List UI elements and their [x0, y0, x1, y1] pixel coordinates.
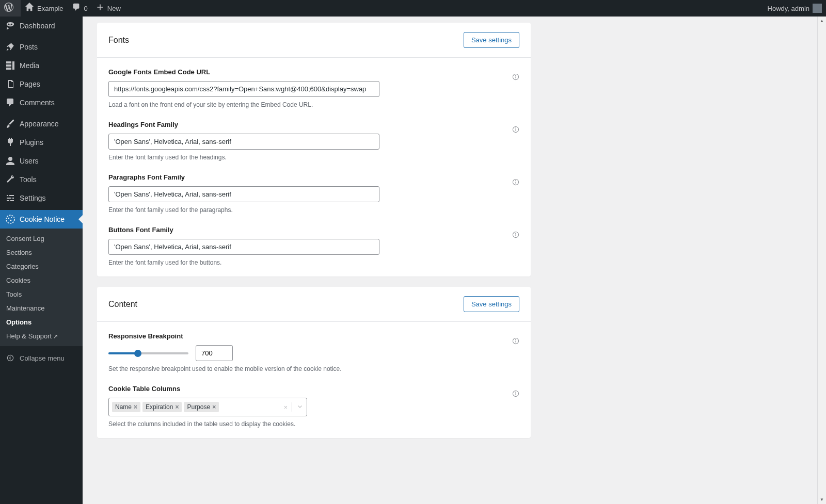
comments-link[interactable]: 0 — [68, 0, 92, 17]
slider-handle[interactable] — [134, 350, 141, 357]
site-link[interactable]: Example — [21, 0, 68, 17]
desc-headings: Enter the font family used for the headi… — [108, 154, 519, 161]
new-label: New — [107, 5, 121, 12]
info-icon[interactable] — [512, 126, 519, 133]
howdy-label: Howdy, admin — [768, 5, 809, 12]
scrollbar-up-icon[interactable]: ▲ — [818, 17, 826, 25]
collapse-label: Collapse menu — [20, 354, 65, 362]
submenu-options[interactable]: Options — [0, 315, 83, 329]
field-google-fonts: Google Fonts Embed Code URL Load a font … — [108, 68, 519, 108]
remove-tag-icon[interactable]: × — [134, 403, 137, 411]
collapse-menu[interactable]: Collapse menu — [0, 349, 83, 367]
desc-columns: Select the columns included in the table… — [108, 420, 519, 428]
remove-tag-icon[interactable]: × — [212, 403, 216, 411]
input-buttons[interactable] — [108, 239, 379, 255]
sidebar-item-comments[interactable]: Comments — [0, 93, 83, 112]
sidebar-item-appearance[interactable]: Appearance — [0, 115, 83, 133]
submenu-cookies[interactable]: Cookies — [0, 273, 83, 287]
field-paragraphs: Paragraphs Font Family Enter the font fa… — [108, 173, 519, 214]
svg-point-2 — [11, 217, 12, 218]
input-breakpoint[interactable] — [196, 345, 233, 361]
save-button-content[interactable]: Save settings — [464, 296, 519, 312]
submenu-help[interactable]: Help & Support↗ — [0, 329, 83, 343]
sidebar-item-tools[interactable]: Tools — [0, 170, 83, 189]
wordpress-icon — [4, 3, 13, 14]
clear-all-icon[interactable]: × — [283, 403, 288, 411]
input-headings[interactable] — [108, 134, 379, 150]
svg-point-1 — [8, 218, 9, 219]
columns-multiselect[interactable]: Name× Expiration× Purpose× × — [108, 398, 307, 416]
sidebar-item-posts[interactable]: Posts — [0, 38, 83, 56]
svg-point-4 — [7, 355, 13, 361]
panel-title-content: Content — [108, 300, 137, 309]
plus-icon — [96, 3, 104, 13]
menu-label: Users — [20, 157, 39, 165]
avatar — [813, 4, 822, 13]
field-headings: Headings Font Family Enter the font fami… — [108, 121, 519, 161]
label-paragraphs: Paragraphs Font Family — [108, 173, 519, 181]
menu-label: Appearance — [20, 120, 59, 128]
label-headings: Headings Font Family — [108, 121, 519, 128]
save-button-fonts[interactable]: Save settings — [464, 32, 519, 48]
sidebar-item-plugins[interactable]: Plugins — [0, 133, 83, 152]
tag-expiration: Expiration× — [142, 402, 182, 412]
new-link[interactable]: New — [92, 0, 125, 17]
sidebar-item-pages[interactable]: Pages — [0, 75, 83, 93]
desc-breakpoint: Set the responsive breakpoint used to en… — [108, 365, 519, 372]
comments-count: 0 — [84, 5, 88, 12]
menu-label: Plugins — [20, 138, 43, 147]
sliders-icon — [5, 193, 15, 203]
scrollbar-down-icon[interactable]: ▼ — [818, 495, 826, 504]
admin-sidebar: Dashboard Posts Media Pages Comments App… — [0, 17, 83, 504]
panel-fonts: Fonts Save settings Google Fonts Embed C… — [97, 23, 531, 277]
menu-label: Comments — [20, 99, 55, 107]
comment-icon — [5, 97, 15, 108]
sidebar-item-settings[interactable]: Settings — [0, 189, 83, 207]
wp-logo[interactable] — [0, 0, 21, 17]
menu-label: Posts — [20, 43, 38, 51]
menu-label: Pages — [20, 80, 40, 88]
home-icon — [25, 3, 34, 14]
submenu-tools[interactable]: Tools — [0, 287, 83, 301]
chevron-down-icon[interactable] — [296, 403, 304, 412]
info-icon[interactable] — [512, 390, 519, 397]
plug-icon — [5, 137, 15, 148]
panel-title-fonts: Fonts — [108, 36, 129, 45]
submenu-sections[interactable]: Sections — [0, 246, 83, 259]
main-content: Fonts Save settings Google Fonts Embed C… — [83, 0, 826, 504]
label-columns: Cookie Table Columns — [108, 385, 519, 393]
cookie-icon — [5, 214, 15, 224]
breakpoint-slider[interactable] — [108, 348, 188, 359]
info-icon[interactable] — [512, 73, 519, 80]
svg-point-22 — [516, 392, 516, 393]
sidebar-item-cookie-notice[interactable]: Cookie Notice — [0, 210, 83, 229]
tag-name: Name× — [112, 402, 140, 412]
site-name-label: Example — [37, 5, 63, 12]
svg-point-7 — [516, 75, 516, 76]
scrollbar[interactable]: ▲ ▼ — [817, 17, 826, 504]
submenu-consent-log[interactable]: Consent Log — [0, 232, 83, 246]
input-paragraphs[interactable] — [108, 186, 379, 202]
sidebar-item-media[interactable]: Media — [0, 56, 83, 75]
submenu-categories[interactable]: Categories — [0, 259, 83, 273]
sidebar-item-dashboard[interactable]: Dashboard — [0, 17, 83, 35]
menu-label: Tools — [20, 175, 37, 184]
field-columns: Cookie Table Columns Name× Expiration× P… — [108, 385, 519, 428]
sidebar-item-users[interactable]: Users — [0, 152, 83, 170]
input-google-fonts[interactable] — [108, 81, 379, 97]
collapse-icon — [5, 353, 15, 363]
svg-point-16 — [516, 233, 516, 234]
info-icon[interactable] — [512, 178, 519, 186]
info-icon[interactable] — [512, 231, 519, 238]
page-icon — [5, 79, 15, 89]
svg-point-10 — [516, 128, 516, 128]
svg-point-3 — [10, 220, 12, 221]
remove-tag-icon[interactable]: × — [175, 403, 179, 411]
info-icon[interactable] — [512, 337, 519, 345]
label-google-fonts: Google Fonts Embed Code URL — [108, 68, 519, 76]
desc-paragraphs: Enter the font family used for the parag… — [108, 206, 519, 214]
account-link[interactable]: Howdy, admin — [764, 0, 826, 17]
menu-label: Cookie Notice — [20, 215, 65, 223]
submenu-maintenance[interactable]: Maintenance — [0, 301, 83, 315]
label-breakpoint: Responsive Breakpoint — [108, 332, 519, 340]
